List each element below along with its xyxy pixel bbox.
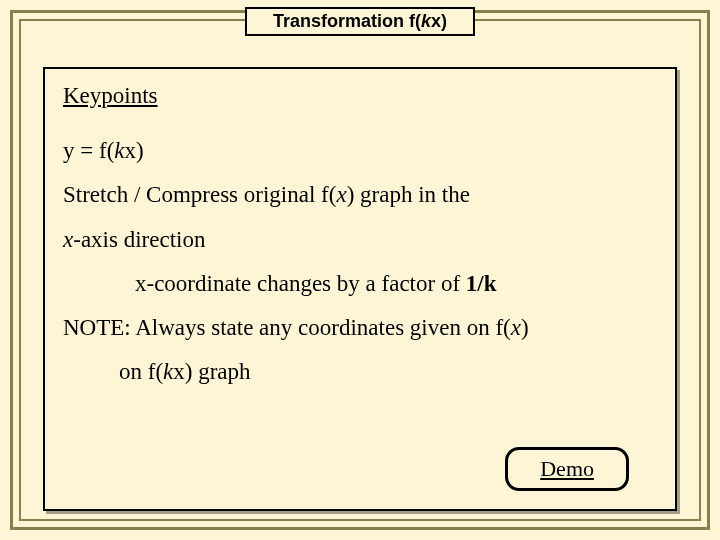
desc1-a: Stretch / Compress original f(: [63, 182, 336, 207]
desc2-b: -axis direction: [73, 227, 205, 252]
note-line-2: on f(kx) graph: [119, 352, 657, 392]
note-line-1: NOTE: Always state any coordinates given…: [63, 308, 657, 348]
note2-a: on f(: [119, 359, 163, 384]
note2-c: x) graph: [173, 359, 250, 384]
keypoints-heading: Keypoints: [63, 83, 657, 109]
outer-frame: Transformation f(kx) Keypoints y = f(kx)…: [10, 10, 710, 530]
title-var: k: [421, 11, 431, 31]
eq-suffix: x): [125, 138, 144, 163]
coord-b: 1/k: [466, 271, 497, 296]
coord-a: x-coordinate changes by a factor of: [135, 271, 466, 296]
slide-title: Transformation f(kx): [245, 7, 475, 36]
note1-c: ): [521, 315, 529, 340]
desc1-c: ) graph in the: [347, 182, 470, 207]
title-suffix: x): [431, 11, 447, 31]
note2-b: k: [163, 359, 173, 384]
coordinate-line: x-coordinate changes by a factor of 1/k: [135, 264, 657, 304]
note1-b: x: [511, 315, 521, 340]
description-line-2: x-axis direction: [63, 220, 657, 260]
demo-button[interactable]: Demo: [505, 447, 629, 491]
eq-prefix: y = f(: [63, 138, 114, 163]
description-line-1: Stretch / Compress original f(x) graph i…: [63, 175, 657, 215]
equation-line: y = f(kx): [63, 131, 657, 171]
note1-a: NOTE: Always state any coordinates given…: [63, 315, 511, 340]
desc1-b: x: [336, 182, 346, 207]
title-prefix: Transformation f(: [273, 11, 421, 31]
desc2-a: x: [63, 227, 73, 252]
content-box: Keypoints y = f(kx) Stretch / Compress o…: [43, 67, 677, 511]
inner-frame: Transformation f(kx) Keypoints y = f(kx)…: [19, 19, 701, 521]
eq-var: k: [114, 138, 124, 163]
